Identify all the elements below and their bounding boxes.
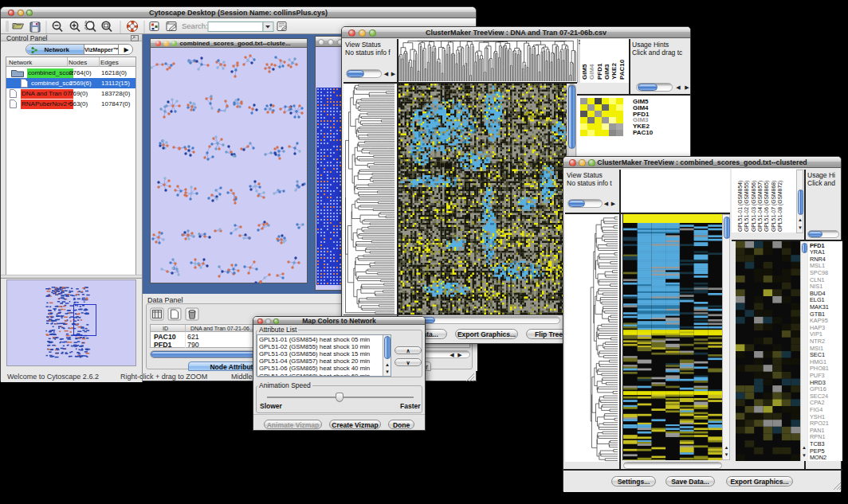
svg-text:Search:: Search: <box>182 21 208 30</box>
